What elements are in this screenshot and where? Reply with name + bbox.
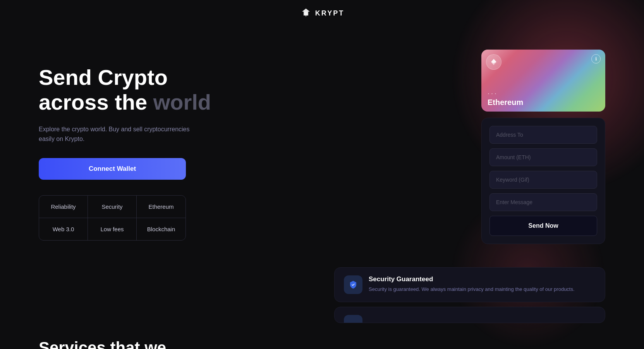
keyword-input[interactable]	[489, 171, 597, 189]
message-input[interactable]	[489, 193, 597, 211]
eth-logo-circle	[486, 54, 501, 70]
logo: KRYPT	[300, 7, 344, 19]
shield-icon	[349, 280, 358, 289]
security-card-title: Security Guaranteed	[369, 275, 575, 283]
security-card-content: Security Guaranteed Security is guarante…	[369, 275, 575, 293]
eth-name: Ethereum	[488, 98, 523, 107]
services-heading: Services that we	[39, 339, 605, 349]
eth-info-button[interactable]: ℹ	[591, 54, 601, 64]
second-service-card	[334, 307, 605, 323]
security-card: Security Guaranteed Security is guarante…	[334, 267, 605, 302]
services-section: Services that we	[0, 339, 644, 349]
hero-title-line2-normal: across the	[39, 90, 153, 114]
amount-input[interactable]	[489, 148, 597, 166]
eth-card: ℹ ... Ethereum	[481, 50, 605, 112]
feature-reliability: Reliability	[39, 196, 88, 218]
eth-diamond-icon	[490, 58, 498, 66]
eth-dots: ...	[488, 88, 498, 96]
hero-title-line2-faded: world	[153, 90, 211, 114]
logo-icon	[300, 7, 312, 19]
features-grid: Reliability Security Ethereum Web 3.0 Lo…	[39, 195, 186, 241]
second-shield-icon	[344, 315, 362, 323]
feature-security: Security	[88, 196, 137, 218]
hero-subtitle: Explore the crypto world. Buy and sell c…	[39, 124, 194, 144]
logo-text: KRYPT	[315, 9, 344, 17]
feature-web3: Web 3.0	[39, 218, 88, 240]
feature-ethereum: Ethereum	[137, 196, 185, 218]
feature-blockchain: Blockchain	[137, 218, 185, 240]
hero-title: Send Crypto across the world	[39, 65, 302, 115]
navbar: KRYPT	[0, 0, 644, 26]
hero-title-line1: Send Crypto	[39, 65, 168, 89]
connect-wallet-button[interactable]: Connect Wallet	[39, 158, 186, 180]
send-now-button[interactable]: Send Now	[489, 216, 597, 236]
hero-right: ℹ ... Ethereum Send Now	[481, 50, 605, 244]
security-card-desc: Security is guaranteed. We always mainta…	[369, 285, 575, 293]
shield-icon-container	[344, 275, 362, 294]
send-form: Send Now	[481, 118, 605, 244]
feature-low-fees: Low fees	[88, 218, 137, 240]
address-input[interactable]	[489, 126, 597, 144]
hero-left: Send Crypto across the world Explore the…	[39, 50, 302, 241]
